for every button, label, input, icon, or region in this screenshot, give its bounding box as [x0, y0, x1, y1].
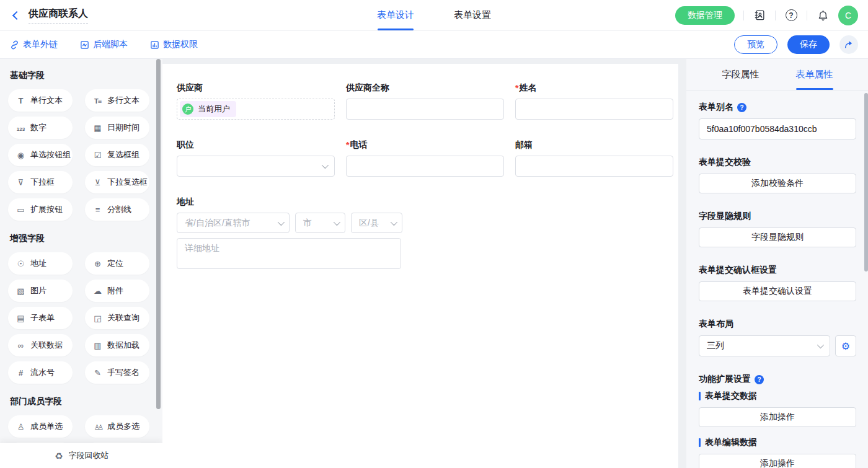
tab-form-settings[interactable]: 表单设置	[454, 0, 491, 30]
multi-select-icon	[92, 179, 103, 187]
supplier-full-name-input[interactable]	[346, 99, 504, 120]
current-user-chip[interactable]: 户 当前用户	[180, 101, 236, 117]
submit-data-add-button[interactable]: 添加操作	[699, 407, 856, 427]
address-icon	[16, 260, 26, 268]
submit-data-group: 表单提交数据 添加操作	[699, 391, 856, 427]
layout-select[interactable]: 三列	[699, 335, 830, 356]
data-permission-button[interactable]: 数据权限	[150, 39, 198, 50]
tab-form-design[interactable]: 表单设计	[377, 0, 414, 30]
position-select[interactable]	[177, 156, 335, 177]
form-external-link-button[interactable]: 表单外链	[10, 39, 58, 50]
form-row: 地址 省/自治区/直辖市 市 区/县	[177, 196, 673, 272]
district-select[interactable]: 区/县	[351, 213, 402, 233]
address-book-icon[interactable]	[753, 9, 766, 22]
help-icon[interactable]	[784, 9, 798, 22]
divider	[807, 11, 807, 20]
field-supplier-full-name[interactable]: 供应商全称	[346, 82, 504, 120]
member-single-icon	[16, 423, 26, 431]
supplier-default-value-field[interactable]: 户 当前用户	[177, 99, 335, 120]
province-select[interactable]: 省/自治区/直辖市	[177, 213, 290, 233]
panel-tabs: 字段属性 表单属性	[686, 59, 868, 91]
field-supplier[interactable]: 供应商 户 当前用户	[177, 82, 335, 120]
relate-data-icon	[16, 342, 26, 350]
sidebar-item-number[interactable]: 数字	[8, 117, 73, 139]
help-icon[interactable]	[755, 375, 764, 384]
sidebar-item-datetime[interactable]: 日期时间	[85, 117, 149, 139]
submit-confirm-button[interactable]: 表单提交确认设置	[699, 281, 856, 301]
preview-button[interactable]: 预览	[734, 35, 777, 54]
field-visibility-label: 字段显隐规则	[699, 211, 856, 222]
field-label: 地址	[177, 196, 402, 208]
sidebar-item-select[interactable]: 下拉框	[8, 171, 73, 193]
sidebar-item-subform[interactable]: 子表单	[8, 307, 73, 329]
data-manage-button[interactable]: 数据管理	[675, 6, 735, 25]
sidebar-item-extend-button[interactable]: 扩展按钮	[8, 198, 73, 221]
multi-text-icon	[92, 97, 103, 105]
form-alias-label: 表单别名	[699, 102, 856, 113]
gear-icon[interactable]	[835, 335, 856, 356]
field-email[interactable]: 邮箱	[515, 139, 673, 177]
sidebar-item-relate-data[interactable]: 关联数据	[8, 334, 73, 356]
sidebar-item-member-single[interactable]: 成员单选	[8, 415, 73, 438]
sidebar-item-signature[interactable]: 手写签名	[85, 361, 149, 384]
sidebar-item-image[interactable]: 图片	[8, 280, 73, 302]
email-input[interactable]	[515, 156, 673, 177]
sidebar-item-relate-query[interactable]: 关联查询	[85, 307, 149, 329]
share-icon	[844, 40, 854, 50]
phone-input[interactable]	[346, 156, 504, 177]
save-button[interactable]: 保存	[787, 35, 830, 54]
single-text-icon	[16, 97, 26, 105]
extend-button-icon	[16, 206, 26, 214]
avatar[interactable]: C	[838, 6, 858, 25]
share-button[interactable]	[839, 35, 858, 54]
locate-icon	[92, 260, 103, 268]
bell-icon[interactable]	[816, 9, 830, 22]
sidebar-item-checkbox-group[interactable]: 复选框组	[85, 144, 149, 166]
field-name[interactable]: *姓名	[515, 82, 673, 120]
field-position[interactable]: 职位	[177, 139, 335, 177]
form-canvas: 供应商 户 当前用户 供应商全称 *姓名	[162, 64, 678, 468]
sidebar-item-radio-group[interactable]: 单选按钮组	[8, 144, 73, 166]
member-multi-icon	[92, 423, 103, 431]
field-phone[interactable]: *电话	[346, 139, 504, 177]
help-icon[interactable]	[737, 103, 746, 112]
form-row: 供应商 户 当前用户 供应商全称 *姓名	[177, 82, 673, 120]
field-label: 邮箱	[515, 139, 673, 151]
sidebar-item-address[interactable]: 地址	[8, 252, 73, 275]
add-validation-button[interactable]: 添加校验条件	[699, 174, 856, 193]
back-icon[interactable]	[12, 11, 21, 19]
sidebar-item-data-load[interactable]: 数据加载	[85, 334, 149, 356]
sidebar-item-single-text[interactable]: 单行文本	[8, 89, 73, 112]
body: 基础字段 单行文本 多行文本 数字 日期时间 单选按钮组 复选框组 下拉框 下拉…	[0, 59, 868, 468]
sidebar-item-member-multi[interactable]: 成员多选	[85, 415, 149, 438]
field-address[interactable]: 地址 省/自治区/直辖市 市 区/县	[177, 196, 402, 272]
sidebar-item-multi-select[interactable]: 下拉复选框	[85, 171, 149, 193]
field-recycle-bin-button[interactable]: 字段回收站	[0, 443, 162, 468]
address-detail-textarea[interactable]	[177, 238, 401, 269]
form-alias-input[interactable]	[699, 118, 856, 139]
sidebar-item-divider[interactable]: 分割线	[85, 198, 149, 221]
city-select[interactable]: 市	[295, 213, 345, 233]
sidebar-item-serial-number[interactable]: 流水号	[8, 361, 73, 384]
canvas-area: 供应商 户 当前用户 供应商全称 *姓名	[162, 59, 686, 468]
user-chip-icon: 户	[182, 104, 193, 115]
extension-settings-label: 功能扩展设置	[699, 374, 856, 385]
sidebar-item-locate[interactable]: 定位	[85, 252, 149, 275]
sidebar-item-attachment[interactable]: 附件	[85, 280, 149, 302]
form-alias-group: 表单别名	[699, 102, 856, 139]
header-actions: 数据管理 C	[675, 6, 858, 25]
backend-script-button[interactable]: 后端脚本	[80, 39, 128, 50]
page-title[interactable]: 供应商联系人	[29, 7, 88, 24]
field-visibility-button[interactable]: 字段显隐规则	[699, 227, 856, 247]
name-input[interactable]	[515, 99, 673, 120]
field-label: 供应商全称	[346, 82, 504, 94]
sidebar-item-multi-text[interactable]: 多行文本	[85, 89, 149, 112]
recycle-icon	[54, 451, 64, 461]
tab-form-properties[interactable]: 表单属性	[796, 59, 833, 90]
field-visibility-group: 字段显隐规则 字段显隐规则	[699, 211, 856, 247]
panel-scrollbar[interactable]	[864, 93, 868, 272]
basic-fields-grid: 单行文本 多行文本 数字 日期时间 单选按钮组 复选框组 下拉框 下拉复选框 扩…	[0, 89, 162, 221]
tab-field-properties[interactable]: 字段属性	[722, 59, 760, 90]
sidebar-scrollbar[interactable]	[156, 59, 161, 409]
edit-data-add-button[interactable]: 添加操作	[699, 454, 856, 468]
